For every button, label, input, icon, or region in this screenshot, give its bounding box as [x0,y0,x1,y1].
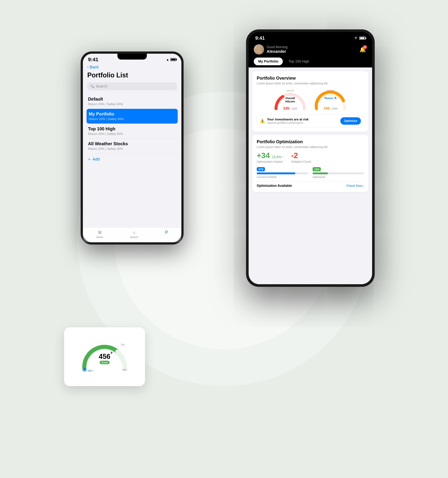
bar-comparison: 679 Current Portfolio 134 Optimized [257,167,364,178]
gauge-label: Good [100,361,110,364]
nav-portfolio[interactable]: P [165,230,168,239]
battery-icon-main [359,37,366,40]
tab-bar: My Portfolio Top 100 High [249,57,372,68]
portfolio-item-default[interactable]: Default Return 20% | Safety 50% [87,94,177,109]
main-content: Portfolio Overview Lorem ipsum dolor sit… [249,68,372,284]
current-bar-label: Current Portfolio [257,175,308,178]
optimization-available: Optimization Available Check Now › [257,182,364,188]
gauge-widget: 456 Good 0 900 765 S&P 500 ○ [64,327,145,386]
back-nav-label: Back [90,65,99,69]
portfolio-item-my-portfolio[interactable]: My Portfolio Return 20% | Safety 50% [87,109,178,124]
item-stats: Return 20% | Safety 50% [89,117,175,121]
gauge-max: 900 [122,368,127,371]
opt-title: Portfolio Optimization [257,139,364,144]
current-bar-track [257,172,308,174]
up-arrow-icon: ↑ [282,155,284,159]
search-icon: 🔍 [90,84,94,88]
tab-top100[interactable]: Top 100 High [284,57,314,65]
impact-value: +34 [257,152,270,159]
impact-percent: 15.6% ↑ [272,155,284,159]
violation-value: -2 [291,151,298,160]
main-header: Good Morning Alexander 🔔 25 [249,43,372,57]
back-phone-time: 9:41 [88,57,98,63]
portfolio-list-title: Portfolio List [87,71,177,79]
optimized-bar-fill [313,172,328,174]
current-bar-fill [257,172,295,174]
phone-main-inner: 9:41 [249,32,372,284]
portfolio-item-all-weather[interactable]: All Weather Stocks Return 20% | Safety 5… [87,139,177,153]
return-center: Return ⇅ [324,96,337,100]
tab-label: Top 100 High [289,59,309,63]
gauge-return: S&P 500 Return ⇅ [312,89,349,111]
portfolio-nav-icon: P [165,230,168,235]
hscore-score: 345 / 1000 [283,106,297,111]
sp500-marker [111,352,113,354]
scene: 9:41 ▲ ‹ Back Portfolio List 🔍 Sea [59,18,389,460]
return-value: 345 [324,106,330,110]
svg-point-1 [257,47,260,50]
tab-my-portfolio[interactable]: My Portfolio [254,57,283,65]
notification-button[interactable]: 🔔 25 [358,45,367,54]
opt-subtitle: Lorem ipsum dolor sit amet, consectetur … [257,145,364,149]
current-badge: 679 [257,167,265,171]
back-phone-content: ‹ Back Portfolio List 🔍 Search Default R… [83,65,181,162]
home-icon: ⊞ [98,230,102,235]
chevron-right-icon: › [363,184,364,188]
nav-search[interactable]: ⌕ Search [130,230,138,239]
search-placeholder: Search [96,84,107,88]
search-nav-icon: ⌕ [133,230,135,235]
alert-subtitle: Improve portfolio's performance [267,121,338,124]
overview-title: Portfolio Overview [257,75,364,81]
overview-subtitle: Lorem ipsum dolor sit amet, consectetur … [257,82,364,85]
back-nav[interactable]: ‹ Back [87,65,177,69]
return-score: 345 / 1000 [324,106,338,111]
gauge-hscore: S&P 500 Overall [272,89,309,111]
add-label: Add [93,157,100,162]
search-bar[interactable]: 🔍 Search [87,82,177,90]
optimize-button[interactable]: Optimize [340,117,361,125]
add-button[interactable]: ＋ Add [87,157,177,162]
portfolio-item-top100[interactable]: Top 100 High Return 20% | Safety 50% [87,124,177,139]
header-user: Good Morning Alexander [254,44,288,55]
portfolio-list: Default Return 20% | Safety 50% My Portf… [87,94,177,153]
opt-avail-label: Optimization Available [257,184,292,188]
nav-home-label: Home [96,236,103,239]
nav-home[interactable]: ⊞ Home [96,230,103,239]
impact-label: Optimization Impact [257,160,284,164]
alert-text: Your investments are at risk Improve por… [267,118,338,124]
current-portfolio-bar: 679 Current Portfolio [257,167,308,178]
nav-search-label: Search [130,236,138,239]
phone-back: 9:41 ▲ ‹ Back Portfolio List 🔍 Sea [81,51,184,245]
item-name: All Weather Stocks [88,141,176,146]
hscore-max: / 1000 [290,107,297,110]
return-max: / 1000 [330,107,337,110]
item-name: My Portfolio [89,111,175,117]
back-phone-status-icons: ▲ [166,58,176,62]
hscore-center: OverallHScore [285,96,295,103]
item-name: Top 100 High [88,126,176,132]
user-text: Good Morning Alexander [267,45,288,54]
sp500-label: S&P 500 ○ [82,369,94,372]
hscore-label: OverallHScore [285,96,295,103]
gauge-svg-container: 456 Good 0 900 765 S&P 500 ○ [81,342,128,371]
item-stats: Return 20% | Safety 50% [88,147,176,151]
optimized-badge: 134 [313,167,321,171]
phone-back-inner: 9:41 ▲ ‹ Back Portfolio List 🔍 Sea [83,54,181,242]
user-name: Alexander [267,49,288,54]
tab-label: My Portfolio [258,59,278,63]
check-now-link[interactable]: Check Now › [346,184,364,188]
notification-badge: 25 [363,45,367,49]
gauges-row: S&P 500 Overall [257,89,364,111]
greeting-line1: Good Morning [267,45,288,49]
wifi-icon: ▲ [166,58,169,62]
gauge-mid-label: 765 [121,343,125,346]
user-avatar [254,44,264,55]
dynamic-island [298,35,323,41]
opt-violation: -2 Violation Count [291,152,311,164]
item-name: Default [88,96,176,102]
main-status-icons [354,36,366,40]
battery-icon [170,58,176,61]
portfolio-optimization-card: Portfolio Optimization Lorem ipsum dolor… [252,135,368,192]
alert-title: Your investments are at risk [267,118,338,121]
hscore-value: 345 [283,106,289,110]
